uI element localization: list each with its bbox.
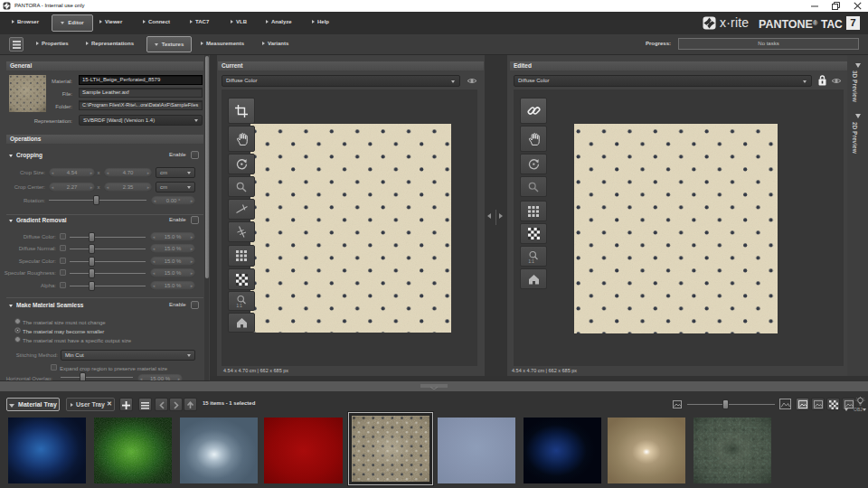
svg-text:1:1: 1:1 (528, 258, 534, 263)
svg-text:1:1: 1:1 (236, 304, 242, 308)
